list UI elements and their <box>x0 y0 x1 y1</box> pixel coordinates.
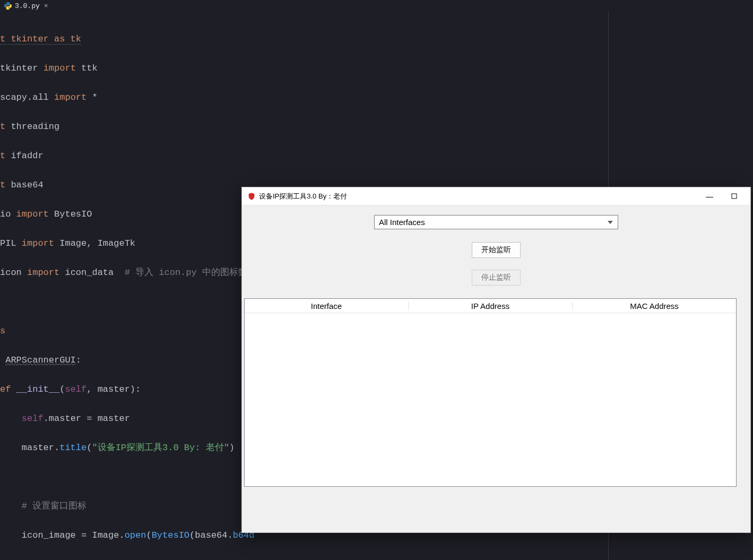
interface-dropdown-value: All Interfaces <box>379 218 425 227</box>
column-header-interface[interactable]: Interface <box>245 301 409 311</box>
tk-client-area: All Interfaces 开始监听 停止监听 Interface IP Ad… <box>242 205 750 487</box>
column-header-mac[interactable]: MAC Address <box>573 301 736 311</box>
editor-tab-label: 3.0.py <box>15 2 40 10</box>
column-header-ip[interactable]: IP Address <box>409 301 573 311</box>
editor-tab-file[interactable]: 3.0.py × <box>0 0 54 12</box>
close-icon[interactable]: × <box>44 2 48 10</box>
treeview-header: Interface IP Address MAC Address <box>245 299 736 313</box>
svg-rect-0 <box>732 194 737 199</box>
python-file-icon <box>4 2 12 10</box>
result-treeview[interactable]: Interface IP Address MAC Address <box>244 298 737 487</box>
chevron-down-icon <box>606 218 614 227</box>
interface-dropdown[interactable]: All Interfaces <box>374 215 618 229</box>
treeview-body[interactable] <box>245 313 736 486</box>
maximize-icon <box>731 193 737 199</box>
window-maximize-button[interactable] <box>722 187 746 205</box>
start-listen-button[interactable]: 开始监听 <box>472 242 521 258</box>
window-titlebar[interactable]: 设备IP探测工具3.0 By：老付 — <box>242 187 750 205</box>
shield-icon <box>247 192 256 201</box>
code-line: t tkinter as tk <box>0 34 81 45</box>
class-name: ARPScannerGUI <box>5 355 76 365</box>
window-minimize-button[interactable]: — <box>697 187 722 205</box>
tk-app-window: 设备IP探测工具3.0 By：老付 — All Interfaces 开始监听 … <box>241 187 751 533</box>
stop-listen-button[interactable]: 停止监听 <box>472 270 521 286</box>
editor-tabbar: 3.0.py × <box>0 0 610 12</box>
window-title: 设备IP探测工具3.0 By：老付 <box>256 192 697 201</box>
